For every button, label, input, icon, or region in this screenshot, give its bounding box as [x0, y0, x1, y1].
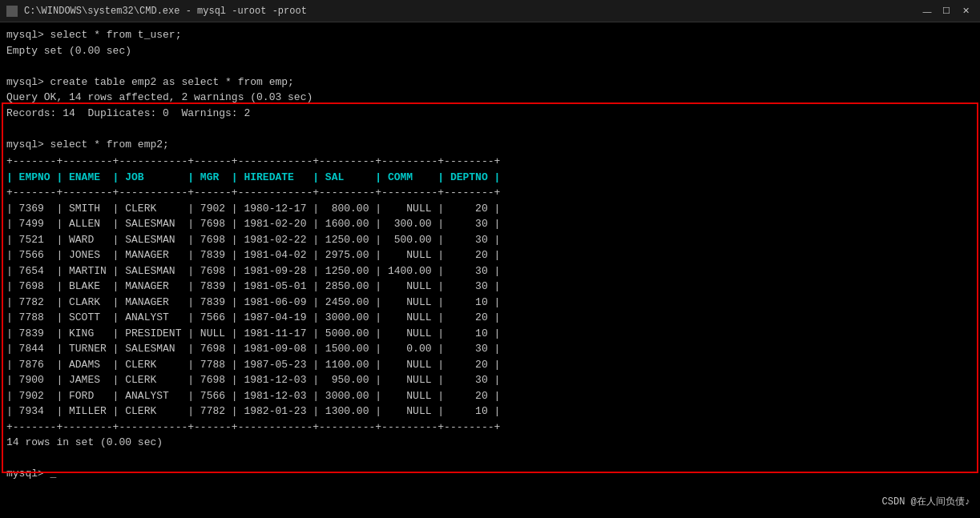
terminal-window: C:\WINDOWS\system32\CMD.exe - mysql -uro…	[0, 0, 980, 518]
csdn-watermark: CSDN @在人间负债♪	[882, 495, 970, 508]
table-row-8: | 7839 | KING | PRESIDENT | NULL | 1981-…	[6, 326, 974, 342]
terminal-line-3	[6, 58, 974, 74]
terminal-line-1: mysql> select * from t_user;	[6, 27, 974, 43]
table-row-11: | 7900 | JAMES | CLERK | 7698 | 1981-12-…	[6, 372, 974, 388]
cmd-icon	[6, 6, 18, 17]
maximize-button[interactable]: ☐	[938, 5, 954, 18]
close-button[interactable]: ✕	[958, 5, 974, 18]
table-header: | EMPNO | ENAME | JOB | MGR | HIREDATE |…	[6, 170, 974, 186]
terminal-line-2: Empty set (0.00 sec)	[6, 43, 974, 59]
table-row-4: | 7654 | MARTIN | SALESMAN | 7698 | 1981…	[6, 263, 974, 279]
table-row-13: | 7934 | MILLER | CLERK | 7782 | 1982-01…	[6, 404, 974, 420]
table-border-mid: +-------+--------+-----------+------+---…	[6, 185, 974, 201]
terminal-line-8: mysql> select * from emp2;	[6, 137, 974, 153]
terminal-line-7	[6, 121, 974, 137]
table-row-12: | 7902 | FORD | ANALYST | 7566 | 1981-12…	[6, 388, 974, 404]
terminal-prompt	[6, 451, 974, 467]
title-bar-text: C:\WINDOWS\system32\CMD.exe - mysql -uro…	[24, 6, 307, 17]
table-row-0: | 7369 | SMITH | CLERK | 7902 | 1980-12-…	[6, 201, 974, 217]
terminal-line-6: Records: 14 Duplicates: 0 Warnings: 2	[6, 106, 974, 122]
table-border-top: +-------+--------+-----------+------+---…	[6, 154, 974, 170]
mysql-prompt: mysql> _	[6, 466, 974, 482]
terminal-line-4: mysql> create table emp2 as select * fro…	[6, 74, 974, 90]
table-row-9: | 7844 | TURNER | SALESMAN | 7698 | 1981…	[6, 341, 974, 357]
table-row-5: | 7698 | BLAKE | MANAGER | 7839 | 1981-0…	[6, 279, 974, 295]
terminal-line-5: Query OK, 14 rows affected, 2 warnings (…	[6, 90, 974, 106]
table-row-2: | 7521 | WARD | SALESMAN | 7698 | 1981-0…	[6, 232, 974, 248]
minimize-button[interactable]: —	[919, 5, 935, 18]
row-count: 14 rows in set (0.00 sec)	[6, 435, 974, 451]
title-bar: C:\WINDOWS\system32\CMD.exe - mysql -uro…	[0, 0, 980, 22]
table-row-7: | 7788 | SCOTT | ANALYST | 7566 | 1987-0…	[6, 310, 974, 326]
title-bar-controls: — ☐ ✕	[919, 5, 974, 18]
table-row-1: | 7499 | ALLEN | SALESMAN | 7698 | 1981-…	[6, 216, 974, 232]
table-row-3: | 7566 | JONES | MANAGER | 7839 | 1981-0…	[6, 247, 974, 263]
table-section: +-------+--------+-----------+------+---…	[6, 154, 974, 435]
title-bar-left: C:\WINDOWS\system32\CMD.exe - mysql -uro…	[6, 6, 307, 17]
table-row-10: | 7876 | ADAMS | CLERK | 7788 | 1987-05-…	[6, 357, 974, 373]
table-row-6: | 7782 | CLARK | MANAGER | 7839 | 1981-0…	[6, 295, 974, 311]
terminal-content: mysql> select * from t_user; Empty set (…	[0, 22, 980, 518]
table-border-bot: +-------+--------+-----------+------+---…	[6, 420, 974, 436]
